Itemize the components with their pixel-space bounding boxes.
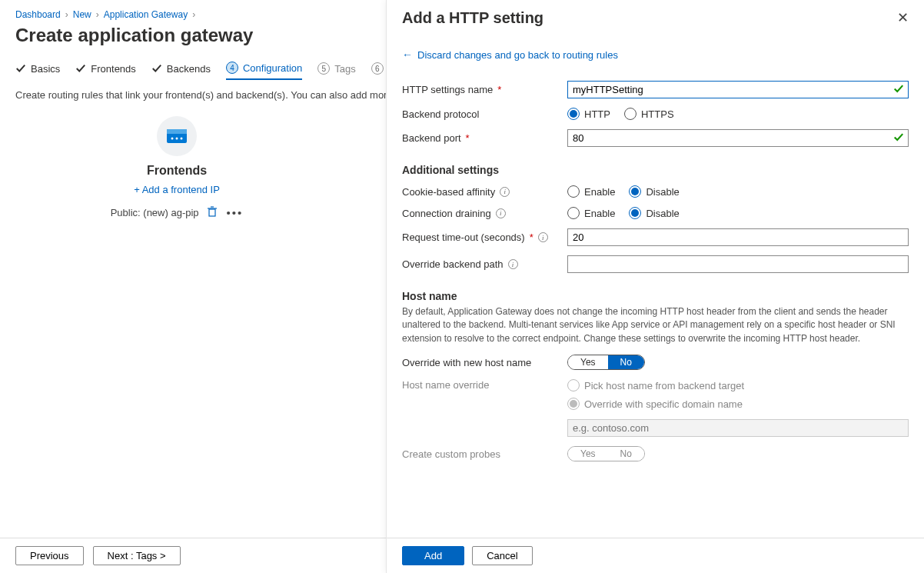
tab-label: Basics bbox=[31, 63, 60, 75]
tab-tags[interactable]: 5 Tags bbox=[317, 62, 355, 79]
hostname-heading: Host name bbox=[402, 290, 909, 302]
tab-frontends[interactable]: Frontends bbox=[75, 63, 136, 79]
chevron-right-icon: › bbox=[192, 9, 195, 20]
label-override-hostname: Override with new host name bbox=[402, 357, 567, 368]
cookie-enable-radio[interactable]: Enable bbox=[567, 185, 615, 198]
label-timeout: Request time-out (seconds)* i bbox=[402, 232, 567, 243]
check-icon bbox=[151, 63, 162, 74]
panel-footer: Add Cancel bbox=[387, 538, 924, 573]
valid-check-icon bbox=[893, 83, 904, 96]
panel-header: Add a HTTP setting ✕ bbox=[387, 0, 924, 32]
cancel-button[interactable]: Cancel bbox=[472, 546, 532, 565]
delete-icon[interactable] bbox=[207, 206, 218, 219]
frontends-icon bbox=[157, 116, 197, 156]
step-number: 5 bbox=[317, 62, 330, 75]
panel-body: ← Discard changes and go back to routing… bbox=[387, 32, 924, 538]
next-button[interactable]: Next : Tags > bbox=[93, 546, 181, 565]
label-connection-draining: Connection draining i bbox=[402, 208, 567, 219]
toggle-yes: Yes bbox=[568, 447, 608, 461]
custom-probes-toggle: Yes No bbox=[567, 446, 645, 461]
discard-back-link[interactable]: ← Discard changes and go back to routing… bbox=[402, 48, 618, 61]
protocol-http-radio[interactable]: HTTP bbox=[567, 108, 610, 120]
frontends-card: Frontends + Add a frontend IP Public: (n… bbox=[77, 116, 277, 219]
svg-point-3 bbox=[176, 138, 178, 140]
tab-backends[interactable]: Backends bbox=[151, 63, 211, 79]
tab-basics[interactable]: Basics bbox=[15, 63, 60, 79]
tab-label: Configuration bbox=[243, 62, 302, 74]
chevron-right-icon: › bbox=[96, 9, 99, 20]
frontend-ip-text: Public: (new) ag-pip bbox=[111, 207, 199, 218]
backend-port-input[interactable] bbox=[567, 129, 909, 147]
chevron-right-icon: › bbox=[65, 9, 68, 20]
toggle-yes[interactable]: Yes bbox=[568, 355, 608, 369]
check-icon bbox=[15, 63, 26, 74]
tab-configuration[interactable]: 4 Configuration bbox=[226, 62, 302, 80]
info-icon[interactable]: i bbox=[538, 232, 548, 242]
http-settings-name-input[interactable] bbox=[567, 81, 909, 98]
label-custom-probes: Create custom probes bbox=[402, 448, 567, 460]
hostname-description: By default, Application Gateway does not… bbox=[402, 305, 909, 345]
crumb-dashboard[interactable]: Dashboard bbox=[15, 9, 61, 20]
label-name: HTTP settings name* bbox=[402, 84, 567, 95]
info-icon[interactable]: i bbox=[500, 187, 510, 197]
arrow-left-icon: ← bbox=[402, 48, 413, 61]
crumb-appgw[interactable]: Application Gateway bbox=[104, 9, 188, 20]
toggle-no: No bbox=[608, 447, 644, 461]
drain-disable-radio[interactable]: Disable bbox=[629, 207, 679, 219]
info-icon[interactable]: i bbox=[508, 259, 518, 269]
svg-rect-5 bbox=[209, 209, 215, 216]
panel-title: Add a HTTP setting bbox=[402, 9, 543, 27]
add-frontend-ip-link[interactable]: + Add a frontend IP bbox=[77, 184, 277, 195]
crumb-new[interactable]: New bbox=[73, 9, 91, 20]
more-icon[interactable]: ••• bbox=[227, 206, 244, 219]
specific-domain-radio: Override with specific domain name bbox=[567, 398, 743, 410]
override-hostname-toggle[interactable]: Yes No bbox=[567, 355, 645, 370]
pick-backend-radio: Pick host name from backend target bbox=[567, 379, 744, 391]
tab-label: Frontends bbox=[91, 63, 136, 75]
step-number: 4 bbox=[226, 62, 238, 74]
domain-name-input bbox=[567, 419, 909, 437]
cookie-disable-radio[interactable]: Disable bbox=[629, 185, 679, 198]
add-button[interactable]: Add bbox=[402, 546, 464, 565]
frontends-title: Frontends bbox=[77, 164, 277, 178]
valid-check-icon bbox=[893, 132, 904, 145]
back-link-text: Discard changes and go back to routing r… bbox=[417, 49, 618, 61]
label-cookie-affinity: Cookie-based affinity i bbox=[402, 186, 567, 198]
svg-rect-1 bbox=[167, 129, 187, 134]
toggle-no[interactable]: No bbox=[608, 355, 644, 369]
override-backend-path-input[interactable] bbox=[567, 255, 909, 273]
label-protocol: Backend protocol bbox=[402, 108, 567, 120]
protocol-https-radio[interactable]: HTTPS bbox=[624, 108, 674, 120]
http-setting-panel: Add a HTTP setting ✕ ← Discard changes a… bbox=[386, 0, 924, 573]
close-icon[interactable]: ✕ bbox=[897, 9, 909, 26]
tab-label: Backends bbox=[167, 63, 211, 75]
svg-point-4 bbox=[181, 138, 183, 140]
request-timeout-input[interactable] bbox=[567, 228, 909, 246]
tab-label: Tags bbox=[334, 63, 355, 75]
step-number: 6 bbox=[371, 62, 384, 75]
label-port: Backend port* bbox=[402, 132, 567, 144]
label-override-path: Override backend path i bbox=[402, 258, 567, 270]
svg-point-2 bbox=[171, 138, 174, 140]
frontend-ip-row: Public: (new) ag-pip ••• bbox=[77, 206, 277, 219]
check-icon bbox=[75, 63, 86, 74]
info-icon[interactable]: i bbox=[496, 208, 506, 218]
additional-settings-heading: Additional settings bbox=[402, 164, 909, 176]
previous-button[interactable]: Previous bbox=[15, 546, 84, 565]
drain-enable-radio[interactable]: Enable bbox=[567, 207, 615, 219]
label-hostname-override: Host name override bbox=[402, 379, 567, 391]
